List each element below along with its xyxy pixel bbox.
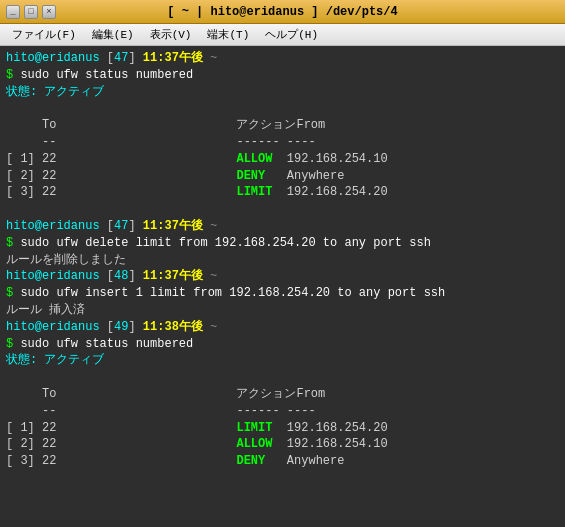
menu-terminal[interactable]: 端末(T) [199,25,257,44]
command-line-1: $ sudo ufw status numbered [6,67,559,84]
output-4-header: To アクションFrom [6,386,559,403]
output-2-0: ルールを削除しました [6,252,559,269]
titlebar-buttons: _ □ × [6,5,56,19]
output-1-1 [6,100,559,117]
output-1-dashes: -- ------ ---- [6,134,559,151]
titlebar-btn-minimize[interactable]: _ [6,5,20,19]
menu-edit[interactable]: 編集(E) [84,25,142,44]
menubar: ファイル(F) 編集(E) 表示(V) 端末(T) ヘルプ(H) [0,24,565,46]
prompt-line-1: hito@eridanus [47] 11:37午後 ~ [6,50,559,67]
output-1-0: 状態: アクティブ [6,84,559,101]
output-1-row2: [ 2] 22 DENY Anywhere [6,168,559,185]
command-line-4: $ sudo ufw status numbered [6,336,559,353]
output-4-0: 状態: アクティブ [6,352,559,369]
titlebar: _ □ × [ ~ | hito@eridanus ] /dev/pts/4 [0,0,565,24]
output-4-dashes: -- ------ ---- [6,403,559,420]
output-1-row3: [ 3] 22 LIMIT 192.168.254.20 [6,184,559,201]
titlebar-btn-maximize[interactable]: □ [24,5,38,19]
prompt-line-2: hito@eridanus [47] 11:37午後 ~ [6,218,559,235]
output-4-1 [6,369,559,386]
output-1-header: To アクションFrom [6,117,559,134]
output-3-0: ルール 挿入済 [6,302,559,319]
command-line-3: $ sudo ufw insert 1 limit from 192.168.2… [6,285,559,302]
menu-help[interactable]: ヘルプ(H) [257,25,326,44]
output-4-row1: [ 1] 22 LIMIT 192.168.254.20 [6,420,559,437]
menu-view[interactable]: 表示(V) [142,25,200,44]
output-4-row2: [ 2] 22 ALLOW 192.168.254.10 [6,436,559,453]
output-4-row3: [ 3] 22 DENY Anywhere [6,453,559,470]
menu-file[interactable]: ファイル(F) [4,25,84,44]
output-1-row1: [ 1] 22 ALLOW 192.168.254.10 [6,151,559,168]
window-title: [ ~ | hito@eridanus ] /dev/pts/4 [56,5,509,19]
blank-1 [6,201,559,218]
terminal-output[interactable]: hito@eridanus [47] 11:37午後 ~ $ sudo ufw … [0,46,565,527]
titlebar-btn-close[interactable]: × [42,5,56,19]
prompt-line-4: hito@eridanus [49] 11:38午後 ~ [6,319,559,336]
prompt-line-3: hito@eridanus [48] 11:37午後 ~ [6,268,559,285]
command-line-2: $ sudo ufw delete limit from 192.168.254… [6,235,559,252]
